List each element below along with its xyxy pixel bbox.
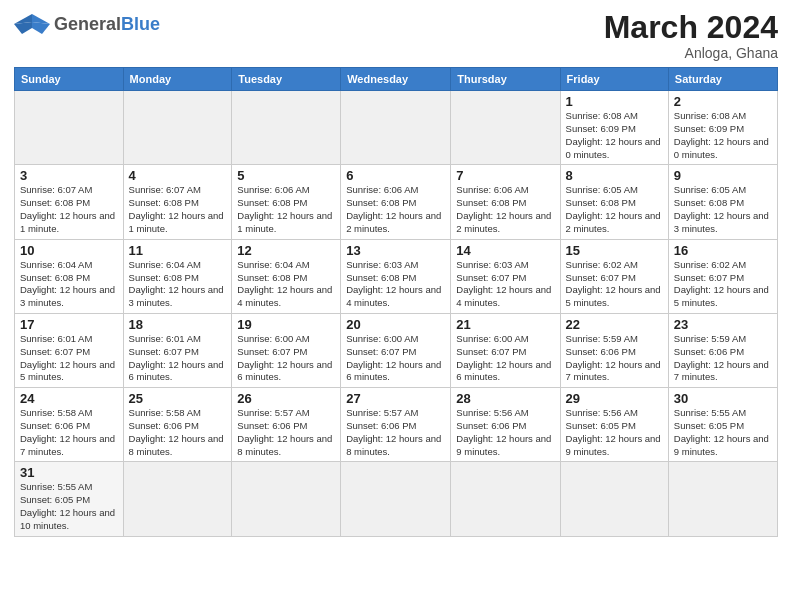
day-info: Sunrise: 5:57 AM Sunset: 6:06 PM Dayligh…: [237, 407, 335, 458]
table-row: [560, 462, 668, 536]
table-row: 14Sunrise: 6:03 AM Sunset: 6:07 PM Dayli…: [451, 239, 560, 313]
month-title: March 2024: [604, 10, 778, 45]
table-row: 19Sunrise: 6:00 AM Sunset: 6:07 PM Dayli…: [232, 313, 341, 387]
table-row: [232, 462, 341, 536]
logo-bird-icon: [14, 10, 50, 38]
calendar-week-row: 17Sunrise: 6:01 AM Sunset: 6:07 PM Dayli…: [15, 313, 778, 387]
day-info: Sunrise: 6:06 AM Sunset: 6:08 PM Dayligh…: [456, 184, 554, 235]
table-row: 10Sunrise: 6:04 AM Sunset: 6:08 PM Dayli…: [15, 239, 124, 313]
day-info: Sunrise: 6:02 AM Sunset: 6:07 PM Dayligh…: [566, 259, 663, 310]
title-block: March 2024 Anloga, Ghana: [604, 10, 778, 61]
day-number: 7: [456, 168, 554, 183]
day-info: Sunrise: 6:07 AM Sunset: 6:08 PM Dayligh…: [20, 184, 118, 235]
day-number: 26: [237, 391, 335, 406]
day-number: 1: [566, 94, 663, 109]
table-row: [451, 91, 560, 165]
weekday-header-row: Sunday Monday Tuesday Wednesday Thursday…: [15, 68, 778, 91]
day-number: 3: [20, 168, 118, 183]
day-info: Sunrise: 6:07 AM Sunset: 6:08 PM Dayligh…: [129, 184, 227, 235]
day-number: 18: [129, 317, 227, 332]
day-number: 11: [129, 243, 227, 258]
header-wednesday: Wednesday: [341, 68, 451, 91]
table-row: 6Sunrise: 6:06 AM Sunset: 6:08 PM Daylig…: [341, 165, 451, 239]
day-number: 17: [20, 317, 118, 332]
logo-text: GeneralBlue: [54, 15, 160, 34]
table-row: 2Sunrise: 6:08 AM Sunset: 6:09 PM Daylig…: [668, 91, 777, 165]
table-row: 3Sunrise: 6:07 AM Sunset: 6:08 PM Daylig…: [15, 165, 124, 239]
table-row: 23Sunrise: 5:59 AM Sunset: 6:06 PM Dayli…: [668, 313, 777, 387]
table-row: 21Sunrise: 6:00 AM Sunset: 6:07 PM Dayli…: [451, 313, 560, 387]
day-number: 28: [456, 391, 554, 406]
table-row: 28Sunrise: 5:56 AM Sunset: 6:06 PM Dayli…: [451, 388, 560, 462]
table-row: 9Sunrise: 6:05 AM Sunset: 6:08 PM Daylig…: [668, 165, 777, 239]
header: GeneralBlue March 2024 Anloga, Ghana: [14, 10, 778, 61]
day-number: 23: [674, 317, 772, 332]
header-tuesday: Tuesday: [232, 68, 341, 91]
day-number: 10: [20, 243, 118, 258]
calendar-week-row: 24Sunrise: 5:58 AM Sunset: 6:06 PM Dayli…: [15, 388, 778, 462]
day-info: Sunrise: 6:01 AM Sunset: 6:07 PM Dayligh…: [129, 333, 227, 384]
table-row: [451, 462, 560, 536]
day-number: 22: [566, 317, 663, 332]
day-info: Sunrise: 6:03 AM Sunset: 6:08 PM Dayligh…: [346, 259, 445, 310]
calendar-week-row: 3Sunrise: 6:07 AM Sunset: 6:08 PM Daylig…: [15, 165, 778, 239]
day-number: 6: [346, 168, 445, 183]
day-info: Sunrise: 6:00 AM Sunset: 6:07 PM Dayligh…: [346, 333, 445, 384]
day-number: 16: [674, 243, 772, 258]
day-number: 27: [346, 391, 445, 406]
table-row: 7Sunrise: 6:06 AM Sunset: 6:08 PM Daylig…: [451, 165, 560, 239]
day-info: Sunrise: 5:59 AM Sunset: 6:06 PM Dayligh…: [674, 333, 772, 384]
calendar-week-row: 1Sunrise: 6:08 AM Sunset: 6:09 PM Daylig…: [15, 91, 778, 165]
day-info: Sunrise: 6:06 AM Sunset: 6:08 PM Dayligh…: [237, 184, 335, 235]
table-row: 11Sunrise: 6:04 AM Sunset: 6:08 PM Dayli…: [123, 239, 232, 313]
calendar-page: GeneralBlue March 2024 Anloga, Ghana Sun…: [0, 0, 792, 612]
table-row: [123, 462, 232, 536]
calendar-week-row: 31Sunrise: 5:55 AM Sunset: 6:05 PM Dayli…: [15, 462, 778, 536]
day-info: Sunrise: 6:04 AM Sunset: 6:08 PM Dayligh…: [129, 259, 227, 310]
table-row: 18Sunrise: 6:01 AM Sunset: 6:07 PM Dayli…: [123, 313, 232, 387]
day-number: 4: [129, 168, 227, 183]
day-number: 25: [129, 391, 227, 406]
day-info: Sunrise: 5:56 AM Sunset: 6:06 PM Dayligh…: [456, 407, 554, 458]
header-saturday: Saturday: [668, 68, 777, 91]
table-row: 25Sunrise: 5:58 AM Sunset: 6:06 PM Dayli…: [123, 388, 232, 462]
table-row: 5Sunrise: 6:06 AM Sunset: 6:08 PM Daylig…: [232, 165, 341, 239]
header-thursday: Thursday: [451, 68, 560, 91]
day-number: 20: [346, 317, 445, 332]
table-row: 1Sunrise: 6:08 AM Sunset: 6:09 PM Daylig…: [560, 91, 668, 165]
day-info: Sunrise: 6:04 AM Sunset: 6:08 PM Dayligh…: [237, 259, 335, 310]
table-row: [123, 91, 232, 165]
logo: GeneralBlue: [14, 10, 160, 38]
table-row: 8Sunrise: 6:05 AM Sunset: 6:08 PM Daylig…: [560, 165, 668, 239]
calendar-week-row: 10Sunrise: 6:04 AM Sunset: 6:08 PM Dayli…: [15, 239, 778, 313]
table-row: 26Sunrise: 5:57 AM Sunset: 6:06 PM Dayli…: [232, 388, 341, 462]
day-number: 2: [674, 94, 772, 109]
calendar-table: Sunday Monday Tuesday Wednesday Thursday…: [14, 67, 778, 537]
table-row: 17Sunrise: 6:01 AM Sunset: 6:07 PM Dayli…: [15, 313, 124, 387]
table-row: [341, 91, 451, 165]
day-number: 12: [237, 243, 335, 258]
table-row: 16Sunrise: 6:02 AM Sunset: 6:07 PM Dayli…: [668, 239, 777, 313]
day-number: 8: [566, 168, 663, 183]
header-sunday: Sunday: [15, 68, 124, 91]
table-row: 31Sunrise: 5:55 AM Sunset: 6:05 PM Dayli…: [15, 462, 124, 536]
day-number: 29: [566, 391, 663, 406]
day-info: Sunrise: 6:06 AM Sunset: 6:08 PM Dayligh…: [346, 184, 445, 235]
day-number: 30: [674, 391, 772, 406]
table-row: 4Sunrise: 6:07 AM Sunset: 6:08 PM Daylig…: [123, 165, 232, 239]
day-info: Sunrise: 6:00 AM Sunset: 6:07 PM Dayligh…: [237, 333, 335, 384]
table-row: [341, 462, 451, 536]
day-info: Sunrise: 5:58 AM Sunset: 6:06 PM Dayligh…: [129, 407, 227, 458]
table-row: 29Sunrise: 5:56 AM Sunset: 6:05 PM Dayli…: [560, 388, 668, 462]
table-row: 12Sunrise: 6:04 AM Sunset: 6:08 PM Dayli…: [232, 239, 341, 313]
table-row: [232, 91, 341, 165]
table-row: 27Sunrise: 5:57 AM Sunset: 6:06 PM Dayli…: [341, 388, 451, 462]
table-row: 30Sunrise: 5:55 AM Sunset: 6:05 PM Dayli…: [668, 388, 777, 462]
header-monday: Monday: [123, 68, 232, 91]
day-number: 14: [456, 243, 554, 258]
day-info: Sunrise: 6:00 AM Sunset: 6:07 PM Dayligh…: [456, 333, 554, 384]
day-info: Sunrise: 6:08 AM Sunset: 6:09 PM Dayligh…: [674, 110, 772, 161]
table-row: [15, 91, 124, 165]
svg-marker-3: [14, 22, 32, 34]
day-number: 19: [237, 317, 335, 332]
